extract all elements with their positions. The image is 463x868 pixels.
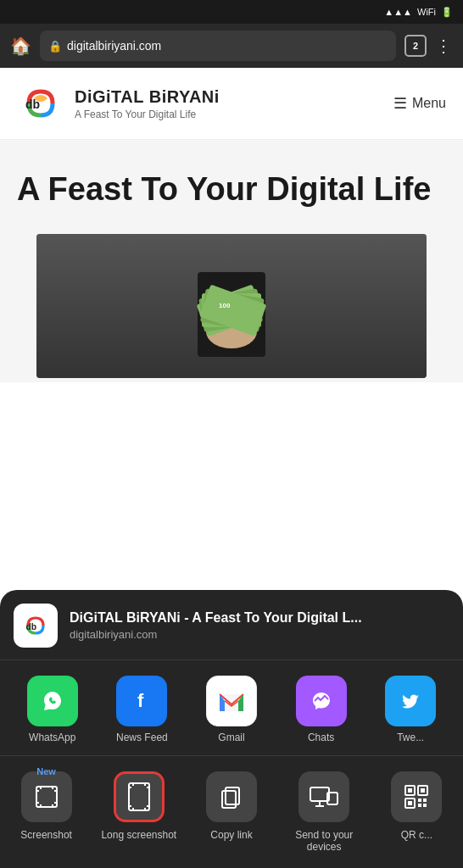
app-item-gmail[interactable]: Gmail <box>187 676 276 743</box>
menu-label: Menu <box>412 96 446 111</box>
home-button[interactable]: 🏠 <box>10 36 31 56</box>
facebook-icon: f <box>116 676 167 726</box>
twitter-icon <box>385 676 436 726</box>
site-tagline: A Feast To Your Digital Life <box>75 108 220 120</box>
svg-rect-18 <box>36 787 57 807</box>
whatsapp-label: WhatsApp <box>29 732 75 743</box>
action-item-copy-link[interactable]: Copy link <box>185 771 277 841</box>
featured-image: 100 <box>36 234 427 378</box>
signal-icon: ▲▲▲ <box>384 7 412 17</box>
share-site-icon: db <box>14 604 58 648</box>
long-screenshot-icon-box <box>114 771 165 822</box>
svg-rect-19 <box>129 783 149 810</box>
screenshot-icon-box <box>21 771 72 822</box>
qr-label: QR c... <box>401 829 432 841</box>
long-screenshot-label: Long screenshot <box>101 829 176 841</box>
new-badge-screenshot: New <box>36 766 56 776</box>
battery-icon: 🔋 <box>441 7 453 18</box>
hero-title: A Feast To Your Digital Life <box>17 170 446 209</box>
svg-rect-22 <box>310 787 329 801</box>
app-item-whatsapp[interactable]: WhatsApp <box>8 676 97 743</box>
svg-text:f: f <box>137 690 144 711</box>
chats-label: Chats <box>308 732 334 743</box>
browser-menu-button[interactable]: ⋮ <box>435 36 453 56</box>
site-title-group: DiGiTAL BiRYANi A Feast To Your Digital … <box>75 87 220 120</box>
site-header: db DiGiTAL BiRYANi A Feast To Your Digit… <box>0 68 463 140</box>
whatsapp-icon <box>27 676 78 726</box>
svg-rect-34 <box>418 804 421 807</box>
action-item-send-devices[interactable]: Send to your devices <box>278 771 371 853</box>
copy-link-icon-box <box>206 771 257 822</box>
action-item-long-screenshot[interactable]: Long screenshot <box>92 771 185 841</box>
twitter-label: Twe... <box>397 732 424 743</box>
share-header: db DiGiTAL BiRYANi - A Feast To Your Dig… <box>0 590 463 660</box>
share-site-url: digitalbiriyani.com <box>70 628 362 641</box>
app-item-twitter[interactable]: Twe... <box>366 676 455 743</box>
hamburger-icon: ☰ <box>393 94 407 113</box>
svg-text:db: db <box>25 622 36 632</box>
url-text: digitalbiriyani.com <box>67 39 161 53</box>
qr-icon-box <box>391 771 442 822</box>
site-logo: db <box>17 80 64 127</box>
svg-point-0 <box>17 80 64 127</box>
site-name: DiGiTAL BiRYANi <box>75 87 220 107</box>
svg-rect-32 <box>418 798 421 802</box>
svg-rect-33 <box>423 798 427 802</box>
gmail-label: Gmail <box>218 732 244 743</box>
browser-bar: 🏠 🔒 digitalbiriyani.com 2 ⋮ <box>0 24 463 68</box>
send-devices-icon-box <box>298 771 349 822</box>
svg-text:db: db <box>25 97 40 111</box>
svg-rect-35 <box>423 804 427 807</box>
gmail-icon <box>206 676 257 726</box>
site-menu[interactable]: ☰ Menu <box>393 94 446 113</box>
action-item-screenshot[interactable]: New Screenshot <box>0 771 92 841</box>
app-item-chats[interactable]: Chats <box>277 676 365 743</box>
tabs-button[interactable]: 2 <box>404 35 427 57</box>
chats-icon <box>296 676 347 726</box>
status-bar: ▲▲▲ WiFi 🔋 <box>0 0 463 24</box>
website-content: db DiGiTAL BiRYANi A Feast To Your Digit… <box>0 68 463 382</box>
action-item-qr[interactable]: QR c... <box>371 771 463 841</box>
screenshot-label: Screenshot <box>20 829 72 841</box>
app-item-newsfeed[interactable]: f News Feed <box>98 676 187 743</box>
share-bottom-sheet: db DiGiTAL BiRYANi - A Feast To Your Dig… <box>0 590 463 868</box>
share-site-info: DiGiTAL BiRYANi - A Feast To Your Digita… <box>70 610 362 641</box>
featured-image-area: 100 <box>0 230 463 382</box>
svg-text:100: 100 <box>219 302 231 309</box>
status-icons: ▲▲▲ WiFi 🔋 <box>384 7 453 18</box>
hero-section: A Feast To Your Digital Life <box>0 140 463 230</box>
lock-icon: 🔒 <box>48 40 62 53</box>
send-devices-label: Send to your devices <box>278 829 371 853</box>
copy-link-label: Copy link <box>210 829 252 841</box>
svg-rect-29 <box>421 788 425 793</box>
share-site-title: DiGiTAL BiRYANi - A Feast To Your Digita… <box>70 610 362 626</box>
tabs-count: 2 <box>413 41 418 51</box>
action-row: New Screenshot Long screenshot <box>0 756 463 868</box>
site-logo-area: db DiGiTAL BiRYANi A Feast To Your Digit… <box>17 80 220 127</box>
svg-rect-27 <box>408 788 412 793</box>
newsfeed-label: News Feed <box>116 732 168 743</box>
address-bar[interactable]: 🔒 digitalbiriyani.com <box>40 31 396 61</box>
svg-rect-31 <box>408 801 412 805</box>
app-icons-row: WhatsApp f News Feed <box>0 660 463 756</box>
wifi-icon: WiFi <box>417 7 436 17</box>
